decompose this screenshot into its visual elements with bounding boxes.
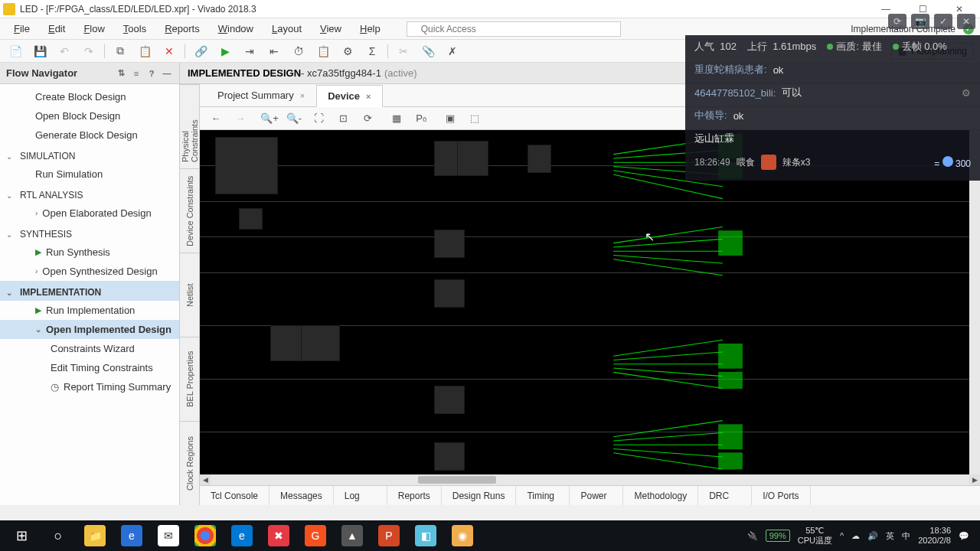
grid-icon[interactable]: ▦ <box>387 109 407 128</box>
menu-tools[interactable]: Tools <box>116 20 154 37</box>
clear-icon[interactable]: ✗ <box>443 42 462 60</box>
cortana-icon[interactable]: ○ <box>40 520 77 551</box>
nav-open-implemented[interactable]: ⌄Open Implemented Design <box>0 320 179 339</box>
menu-file[interactable]: File <box>6 20 38 37</box>
nav-edit-timing[interactable]: Edit Timing Constraints <box>0 358 179 377</box>
menu-window[interactable]: Window <box>211 20 261 37</box>
help-icon[interactable]: ? <box>145 67 158 80</box>
sigma-icon[interactable]: Σ <box>363 42 381 60</box>
edge-legacy-icon[interactable]: e <box>113 520 150 551</box>
menu-layout[interactable]: Layout <box>264 20 309 37</box>
menu-edit[interactable]: Edit <box>41 20 73 37</box>
nav-open-block-design[interactable]: Open Block Design <box>0 106 179 126</box>
redo-icon[interactable]: ↷ <box>80 42 98 60</box>
select-icon[interactable]: ⬚ <box>465 109 485 128</box>
attach-icon[interactable]: 📎 <box>419 42 437 60</box>
tray-up-icon[interactable]: ^ <box>840 531 844 540</box>
paste-icon[interactable]: 📋 <box>136 42 154 60</box>
edge-icon[interactable]: e <box>224 520 260 551</box>
vtab-bel-properties[interactable]: BEL Properties <box>180 337 199 421</box>
chrome-icon[interactable] <box>187 520 224 551</box>
onedrive-icon[interactable]: ☁ <box>851 531 860 541</box>
explorer-icon[interactable]: 📁 <box>77 520 113 551</box>
nav-open-synthesized[interactable]: ›Open Synthesized Design <box>0 262 179 281</box>
vtab-physical-constraints[interactable]: Physical Constraints <box>180 84 199 168</box>
tab-project-summary[interactable]: Project Summary× <box>206 84 316 106</box>
step-back-icon[interactable]: ⇤ <box>265 42 283 60</box>
menu-help[interactable]: Help <box>352 20 388 37</box>
battery-icon[interactable]: 🔌 <box>747 531 758 541</box>
gear-icon[interactable]: ⚙ <box>962 87 971 99</box>
nav-section-rtl[interactable]: ⌄RTL ANALYSIS <box>0 184 179 204</box>
menu-view[interactable]: View <box>312 20 349 37</box>
vtab-netlist[interactable]: Netlist <box>180 253 199 337</box>
close-icon[interactable]: × <box>300 91 305 100</box>
overlay-camera-icon[interactable]: 📷 <box>911 14 929 29</box>
device-canvas[interactable]: ↖ ◀ ▶ <box>200 130 980 485</box>
tab-device[interactable]: Device× <box>316 85 382 107</box>
overlay-refresh-icon[interactable]: ⟳ <box>888 14 906 29</box>
expand-icon[interactable]: ≡ <box>130 67 142 80</box>
nav-run-simulation[interactable]: Run Simulation <box>0 165 179 184</box>
system-tray[interactable]: 🔌 99% 55℃CPU温度 ^ ☁ 🔊 英 中 18:362020/2/8 💬 <box>740 526 977 546</box>
ime2-icon[interactable]: 中 <box>902 530 910 542</box>
app-icon-orange[interactable]: ◉ <box>444 520 481 551</box>
btab-design-runs[interactable]: Design Runs <box>442 486 517 505</box>
menu-flow[interactable]: Flow <box>76 20 112 37</box>
clipboard-icon[interactable]: 📋 <box>314 42 332 60</box>
btab-power[interactable]: Power <box>570 486 623 505</box>
minimize-panel-icon[interactable]: — <box>161 67 173 80</box>
btab-timing[interactable]: Timing <box>516 486 570 505</box>
app-icon-g[interactable]: G <box>297 520 334 551</box>
gear-icon[interactable]: ⚙ <box>338 42 357 60</box>
close-icon[interactable]: × <box>366 92 371 101</box>
start-button[interactable]: ⊞ <box>3 520 40 551</box>
run-icon[interactable]: ▶ <box>216 42 234 60</box>
forward-icon[interactable]: → <box>230 109 250 128</box>
timer-icon[interactable]: ⏱ <box>289 42 308 60</box>
cut-icon[interactable]: ✂ <box>394 42 413 60</box>
volume-icon[interactable]: 🔊 <box>867 531 878 541</box>
notifications-icon[interactable]: 💬 <box>959 531 969 541</box>
scroll-right-icon[interactable]: ▶ <box>969 474 980 485</box>
collapse-icon[interactable]: ⇅ <box>115 67 127 80</box>
nav-section-implementation[interactable]: ⌄IMPLEMENTATION <box>0 281 179 301</box>
quick-access-input[interactable] <box>407 21 621 37</box>
menu-reports[interactable]: Reports <box>157 20 207 37</box>
copy-icon[interactable]: ⧉ <box>111 42 129 60</box>
refresh-icon[interactable]: ⟳ <box>358 109 377 128</box>
overlay-close-icon[interactable]: ✕ <box>957 14 975 29</box>
ime-icon[interactable]: 英 <box>886 530 894 542</box>
vtab-clock-regions[interactable]: Clock Regions <box>180 421 199 505</box>
show-hide-icon[interactable]: ▣ <box>440 109 460 128</box>
nav-constraints-wizard[interactable]: Constraints Wizard <box>0 339 179 358</box>
btab-io-ports[interactable]: I/O Ports <box>752 486 810 505</box>
nav-create-block-design[interactable]: Create Block Design <box>0 87 179 106</box>
nav-run-implementation[interactable]: ▶Run Implementation <box>0 301 179 320</box>
save-icon[interactable]: 💾 <box>31 42 49 60</box>
btab-methodology[interactable]: Methodology <box>623 486 698 505</box>
taskbar-clock[interactable]: 18:362020/2/8 <box>918 526 951 546</box>
scroll-left-icon[interactable]: ◀ <box>200 474 211 485</box>
horizontal-scrollbar[interactable]: ◀ ▶ <box>200 474 980 485</box>
step-icon[interactable]: ⇥ <box>240 42 259 60</box>
cancel-icon[interactable]: ✕ <box>160 42 178 60</box>
nav-open-elaborated[interactable]: ›Open Elaborated Design <box>0 204 179 223</box>
btab-drc[interactable]: DRC <box>698 486 752 505</box>
new-icon[interactable]: 📄 <box>6 42 24 60</box>
nav-section-simulation[interactable]: ⌄SIMULATION <box>0 145 179 165</box>
powerpoint-icon[interactable]: P <box>371 520 407 551</box>
vtab-device-constraints[interactable]: Device Constraints <box>180 168 199 253</box>
zoom-out-icon[interactable]: 🔍- <box>284 109 304 128</box>
btab-log[interactable]: Log <box>334 486 387 505</box>
nav-generate-block-design[interactable]: Generate Block Design <box>0 126 179 145</box>
link-icon[interactable]: 🔗 <box>191 42 210 60</box>
flow-navigator-body[interactable]: Create Block Design Open Block Design Ge… <box>0 84 179 505</box>
zoom-area-icon[interactable]: ⊡ <box>333 109 353 128</box>
highlight-icon[interactable]: P₀ <box>411 109 431 128</box>
back-icon[interactable]: ← <box>206 109 226 128</box>
nav-run-synthesis[interactable]: ▶Run Synthesis <box>0 243 179 262</box>
app-icon-blue[interactable]: ◧ <box>407 520 444 551</box>
btab-messages[interactable]: Messages <box>270 486 334 505</box>
btab-tcl-console[interactable]: Tcl Console <box>200 486 270 505</box>
